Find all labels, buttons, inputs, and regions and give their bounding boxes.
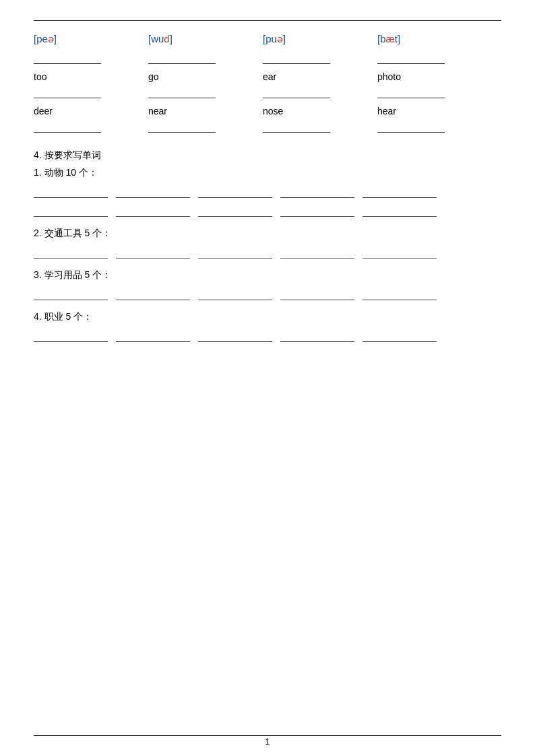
word-go: go [148,71,263,82]
vowel-3: ə [277,33,283,44]
animal-blank-8[interactable] [198,203,272,217]
animal-blank-1[interactable] [34,184,108,198]
word-underline-row-1 [34,86,501,103]
school-blank-2[interactable] [116,287,190,300]
phonetics-section: [peə] [wud] [puə] [bæt] [34,33,501,137]
animal-blank-9[interactable] [280,203,354,217]
word-near: near [148,106,263,116]
underline-col-2 [148,52,263,69]
section-4: 4. 按要求写单词 1. 动物 10 个： 2. 交通工具 5 个： [34,149,501,342]
top-border [34,20,501,21]
bracket-close-3: ] [283,33,286,44]
school-blank-5[interactable] [363,287,437,300]
animal-blank-2[interactable] [116,184,190,198]
word-underline-row-2 [34,121,501,137]
school-blank-1[interactable] [34,287,108,300]
animal-blank-3[interactable] [198,184,272,198]
transport-blank-4[interactable] [280,245,354,259]
phonetic-underline-4[interactable] [377,52,445,64]
underline-col-3 [263,52,377,69]
word-col-1-3: ear [263,71,377,83]
underline-col-4 [377,52,492,69]
section-4-title: 4. 按要求写单词 [34,149,501,162]
word-underline-col-2-3 [263,121,377,137]
sub-section-transport: 2. 交通工具 5 个： [34,228,501,259]
animal-blank-4[interactable] [280,184,354,198]
bottom-border [34,735,501,736]
sub-title-transport: 2. 交通工具 5 个： [34,228,501,240]
phonetic-underline-2[interactable] [148,52,216,64]
transport-blanks-row [34,245,501,259]
word-photo: photo [377,71,492,82]
word-underline-1-2[interactable] [148,86,216,98]
word-col-1-2: go [148,71,263,83]
vowel-2: d [164,33,169,44]
word-hear: hear [377,106,492,116]
transport-blank-5[interactable] [363,245,437,259]
bracket-close-1: ] [54,33,57,44]
transport-blank-3[interactable] [198,245,272,259]
phonetic-col-3: [puə] [263,33,377,49]
underline-col-1 [34,52,148,69]
animal-blank-10[interactable] [363,203,437,217]
word-row-1: too go ear photo [34,71,501,83]
word-col-1-4: photo [377,71,492,83]
phonetic-col-2: [wud] [148,33,263,49]
word-underline-col-2-4 [377,121,492,137]
phonetic-col-4: [bæt] [377,33,492,49]
school-blanks-row [34,287,501,300]
phonetic-symbol-4: [bæt] [377,33,492,44]
word-underline-1-1[interactable] [34,86,101,98]
sub-section-jobs: 4. 职业 5 个： [34,311,501,342]
bracket-close-2: ] [170,33,172,44]
word-col-2-4: hear [377,106,492,118]
bracket-open-4: [b [377,33,386,44]
word-underline-col-1-4 [377,86,492,103]
bracket-open-3: [pu [263,33,277,44]
word-underline-col-2-1 [34,121,148,137]
word-col-1-1: too [34,71,148,83]
word-col-2-2: near [148,106,263,118]
job-blank-3[interactable] [198,329,272,342]
bracket-close-4: t] [395,33,400,44]
word-underline-1-3[interactable] [263,86,330,98]
sub-title-school: 3. 学习用品 5 个： [34,269,501,281]
transport-blank-2[interactable] [116,245,190,259]
job-blank-2[interactable] [116,329,190,342]
page: [peə] [wud] [puə] [bæt] [0,0,535,756]
sub-title-jobs: 4. 职业 5 个： [34,311,501,323]
word-underline-col-1-3 [263,86,377,103]
phonetic-underline-1[interactable] [34,52,101,64]
word-row-2: deer near nose hear [34,106,501,118]
school-blank-3[interactable] [198,287,272,300]
word-underline-1-4[interactable] [377,86,445,98]
word-col-2-1: deer [34,106,148,118]
word-underline-2-3[interactable] [263,121,330,133]
word-underline-col-1-2 [148,86,263,103]
transport-blank-1[interactable] [34,245,108,259]
word-nose: nose [263,106,377,116]
word-underline-col-1-1 [34,86,148,103]
phonetics-underline-row-1 [34,52,501,69]
job-blank-5[interactable] [363,329,437,342]
phonetic-symbol-2: [wud] [148,33,263,44]
word-deer: deer [34,106,148,116]
phonetic-underline-3[interactable] [263,52,330,64]
job-blank-4[interactable] [280,329,354,342]
phonetic-col-1: [peə] [34,33,148,49]
bracket-open-1: [pe [34,33,48,44]
vowel-1: ə [48,33,54,44]
word-underline-2-2[interactable] [148,121,216,133]
word-ear: ear [263,71,377,82]
job-blank-1[interactable] [34,329,108,342]
school-blank-4[interactable] [280,287,354,300]
bracket-open-2: [wu [148,33,164,44]
word-col-2-3: nose [263,106,377,118]
animal-blank-5[interactable] [363,184,437,198]
animal-blank-6[interactable] [34,203,108,217]
word-underline-2-4[interactable] [377,121,445,133]
animal-blank-7[interactable] [116,203,190,217]
word-underline-2-1[interactable] [34,121,101,133]
vowel-4: æ [386,33,395,44]
phonetic-symbols-row: [peə] [wud] [puə] [bæt] [34,33,501,49]
